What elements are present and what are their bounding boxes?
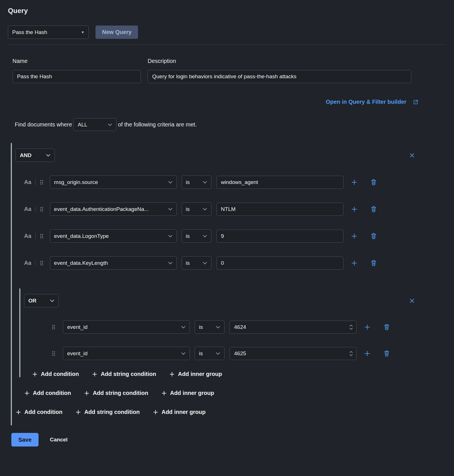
operator-select[interactable]: is [182,202,211,216]
add-string-condition-button[interactable]: Add string condition [84,390,148,396]
value-number-input[interactable] [230,347,357,360]
field-select-value: event_data.AuthenticationPackageNa... [54,206,149,212]
add-string-condition-button[interactable]: Add string condition [75,409,140,415]
plus-icon [75,409,81,415]
number-stepper-icon[interactable] [349,325,353,330]
drag-handle-icon[interactable] [39,206,44,213]
value-input[interactable] [217,230,343,243]
add-condition-button[interactable]: Add condition [32,371,79,377]
delete-condition-button[interactable] [383,350,390,357]
query-meta-form: Name Description [8,58,446,83]
criteria-prefix: Find documents where [15,121,72,128]
operator-select[interactable]: is [182,229,211,243]
description-input[interactable] [148,70,411,83]
plus-icon [153,409,158,415]
name-input[interactable] [12,70,141,83]
value-number-input[interactable] [230,321,357,334]
field-select[interactable]: event_id [63,347,190,360]
delete-condition-button[interactable] [383,323,390,331]
remove-or-group-button[interactable] [408,297,416,305]
new-query-button[interactable]: New Query [96,26,138,39]
operator-select[interactable]: is [195,320,224,334]
drag-handle-icon[interactable] [39,260,44,266]
condition-group-or: OR event_id [19,288,446,377]
field-select[interactable]: event_data.AuthenticationPackageNa... [50,202,177,216]
add-inner-group-label: Add inner group [178,371,222,377]
operator-select-value: is [186,206,190,212]
divider [35,179,36,185]
value-input[interactable] [217,203,343,216]
number-input-wrap [230,347,357,360]
drag-handle-icon[interactable] [39,233,44,240]
field-select-value: event_data.KeyLength [54,260,108,266]
add-condition-after-button[interactable] [350,232,358,240]
and-operator-select[interactable]: AND [16,149,55,162]
field-select[interactable]: event_data.LogonType [50,229,177,243]
add-inner-group-label: Add inner group [170,390,214,396]
field-select[interactable]: event_data.KeyLength [50,256,177,270]
field-select-value: event_data.LogonType [54,233,109,239]
chevron-down-icon [216,352,220,355]
delete-condition-button[interactable] [370,178,377,186]
add-condition-button[interactable]: Add condition [24,390,71,396]
chevron-down-icon [216,326,220,329]
or-operator-select[interactable]: OR [24,294,59,307]
add-inner-group-label: Add inner group [162,409,206,415]
number-stepper-icon[interactable] [349,351,353,356]
value-input[interactable] [217,257,343,270]
field-select[interactable]: event_id [63,320,190,334]
delete-condition-button[interactable] [370,259,377,267]
add-string-condition-button[interactable]: Add string condition [92,371,156,377]
string-condition-icon: Aa [24,260,31,266]
save-button[interactable]: Save [11,433,39,447]
saved-query-select[interactable]: Pass the Hash ▼ [8,26,89,39]
plus-icon [169,371,175,377]
operator-select[interactable]: is [182,175,211,189]
operator-select[interactable]: is [182,256,211,270]
description-field-group: Description [148,58,411,83]
builder-link-row: Open in Query & Filter builder [8,99,446,105]
divider [35,260,36,266]
plus-icon [84,390,90,396]
drag-handle-icon[interactable] [51,350,56,357]
add-inner-group-button[interactable]: Add inner group [153,409,206,415]
saved-query-select-value: Pass the Hash [12,29,47,35]
operator-select[interactable]: is [195,347,224,360]
value-input[interactable] [217,176,343,189]
add-condition-after-button[interactable] [350,205,358,213]
remove-and-group-button[interactable] [408,151,416,160]
delete-condition-button[interactable] [370,205,377,213]
delete-condition-button[interactable] [370,232,377,240]
criteria-sentence: Find documents where ALL of the followin… [8,118,446,131]
add-condition-label: Add condition [24,409,62,415]
open-query-filter-builder-link[interactable]: Open in Query & Filter builder [326,99,419,105]
add-condition-label: Add condition [33,390,71,396]
condition-row: Aa event_data.LogonType is [16,229,446,243]
condition-row: event_id is [24,320,446,334]
match-type-select[interactable]: ALL [73,118,116,131]
operator-select-value: is [186,233,190,239]
cancel-button[interactable]: Cancel [50,437,67,443]
add-condition-after-button[interactable] [363,350,371,357]
condition-row: Aa event_data.KeyLength is [16,256,446,270]
string-condition-icon: Aa [24,206,31,212]
chevron-down-icon [168,235,173,238]
query-editor-page: Query Pass the Hash ▼ New Query Name Des… [0,0,454,458]
operator-select-value: is [199,324,203,330]
external-link-icon [413,99,419,105]
add-condition-after-button[interactable] [350,259,358,267]
add-inner-group-button[interactable]: Add inner group [169,371,222,377]
page-title: Query [8,7,446,15]
chevron-down-icon [168,262,173,265]
add-condition-after-button[interactable] [350,178,358,186]
condition-group-and: AND Aa msg_origin.source [11,143,446,426]
add-condition-after-button[interactable] [363,323,371,331]
drag-handle-icon[interactable] [39,179,44,186]
field-select-value: event_id [67,324,88,330]
field-select[interactable]: msg_origin.source [50,175,177,189]
add-inner-group-button[interactable]: Add inner group [161,390,214,396]
drag-handle-icon[interactable] [51,324,56,331]
chevron-down-icon [168,208,173,211]
plus-icon [92,371,97,377]
add-condition-button[interactable]: Add condition [16,409,62,415]
